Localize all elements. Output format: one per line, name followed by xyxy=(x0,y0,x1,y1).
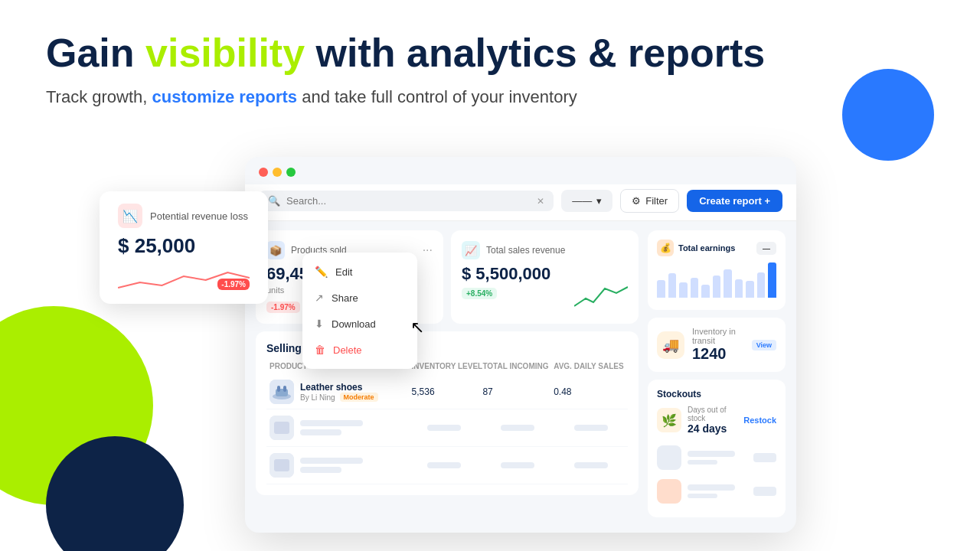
bar-8 xyxy=(746,281,754,298)
skeleton-row-1 xyxy=(266,409,628,447)
transit-card: 🚚 Inventory in transit 1240 View xyxy=(648,318,786,372)
stockout-label: Days out of stock xyxy=(688,406,737,422)
product-brand: By Li Ning xyxy=(300,393,335,402)
total-earnings-card: 💰 Total earnings — xyxy=(648,230,786,310)
filter-button[interactable]: ⚙ Filter xyxy=(620,189,679,213)
moderate-badge: Moderate xyxy=(340,393,378,402)
revenue-loss-amount: $ 25,000 xyxy=(118,234,250,258)
sales-mini-chart xyxy=(574,279,628,313)
earnings-icon: 💰 xyxy=(657,240,674,256)
svg-rect-6 xyxy=(274,422,289,434)
products-more-button[interactable]: ··· xyxy=(423,243,433,257)
delete-icon: 🗑 xyxy=(315,344,325,356)
inventory-level: 5,536 xyxy=(412,386,483,397)
col-daily: Avg. daily sales xyxy=(554,362,625,370)
stockouts-title: Stockouts xyxy=(657,389,776,399)
transit-icon: 🚚 xyxy=(657,331,684,359)
chrome-minimize[interactable] xyxy=(273,168,282,177)
filter-icon: ⚙ xyxy=(632,195,641,207)
product-name: Leather shoes xyxy=(300,382,378,393)
subtitle-bold: customize reports xyxy=(152,87,298,106)
hero-title-highlight: visibility xyxy=(145,31,305,75)
restock-button[interactable]: Restock xyxy=(743,416,776,425)
stockout-skeleton-1 xyxy=(657,441,776,474)
window-chrome xyxy=(245,157,796,184)
earnings-ctrl-button[interactable]: — xyxy=(756,242,776,255)
subtitle-end: and take full control of your inventory xyxy=(297,87,577,106)
hero-section: Gain visibility with analytics & reports… xyxy=(46,31,765,107)
skeleton-thumb xyxy=(270,416,294,440)
revenue-mini-chart: -1.97% xyxy=(118,261,250,292)
search-input[interactable] xyxy=(286,195,531,207)
search-bar[interactable]: 🔍 ✕ xyxy=(259,191,554,211)
menu-share[interactable]: ↗ Share xyxy=(302,285,417,311)
menu-delete[interactable]: 🗑 Delete xyxy=(302,337,417,363)
bar-0 xyxy=(657,280,665,298)
product-info: Leather shoes By Li Ning Moderate xyxy=(270,380,412,404)
table-row: Leather shoes By Li Ning Moderate 5,536 … xyxy=(266,375,628,409)
bar-7 xyxy=(735,279,743,298)
stockouts-card: Stockouts 🌿 Days out of stock 24 days Re… xyxy=(648,380,786,517)
revenue-icon: 📉 xyxy=(118,204,142,228)
toolbar: 🔍 ✕ —— ▾ ⚙ Filter Create report + xyxy=(245,184,796,221)
right-column: 💰 Total earnings — 🚚 Inventory in transi… xyxy=(648,230,786,517)
earnings-title: Total earnings xyxy=(678,243,735,253)
bar-chart xyxy=(657,262,776,301)
sales-title: Total sales revenue xyxy=(486,245,565,256)
subtitle-start: Track growth, xyxy=(46,87,152,106)
revenue-badge: -1.97% xyxy=(217,279,250,290)
hero-title-start: Gain xyxy=(46,31,145,75)
edit-icon: ✏️ xyxy=(315,266,328,278)
sales-icon: 📈 xyxy=(462,241,480,259)
svg-rect-3 xyxy=(277,386,280,392)
sales-badge: +8.54% xyxy=(462,288,497,299)
context-menu: ✏️ Edit ↗ Share ⬇ Download 🗑 Delete xyxy=(302,253,417,369)
hero-title: Gain visibility with analytics & reports xyxy=(46,31,765,77)
bar-3 xyxy=(691,278,699,298)
col-inventory: Inventory level xyxy=(412,362,483,370)
hero-title-end: with analytics & reports xyxy=(305,31,765,75)
chrome-maximize[interactable] xyxy=(286,168,296,177)
total-sales-card: 📈 Total sales revenue $ 5,500,000 +8.54% xyxy=(451,230,639,324)
products-badge: -1.97% xyxy=(266,302,300,313)
avg-daily: 0.48 xyxy=(554,386,625,397)
products-icon: 📦 xyxy=(266,241,285,259)
bar-5 xyxy=(713,276,721,298)
revenue-loss-label: Potential revenue loss xyxy=(150,210,248,222)
search-icon: 🔍 xyxy=(268,195,280,207)
svg-rect-4 xyxy=(283,386,286,392)
transit-badge[interactable]: View xyxy=(752,340,776,350)
download-icon: ⬇ xyxy=(315,318,324,330)
hero-subtitle: Track growth, customize reports and take… xyxy=(46,87,765,107)
bar-10 xyxy=(768,262,776,298)
stockout-skeleton-2 xyxy=(657,474,776,508)
transit-value: 1240 xyxy=(692,345,744,363)
bar-2 xyxy=(679,282,688,298)
bar-6 xyxy=(724,269,732,298)
stockout-icon: 🌿 xyxy=(657,408,681,432)
svg-rect-8 xyxy=(274,459,289,471)
transit-label: Inventory in transit xyxy=(692,327,744,345)
menu-download[interactable]: ⬇ Download xyxy=(302,311,417,337)
bar-9 xyxy=(757,272,766,298)
chrome-close[interactable] xyxy=(259,168,268,177)
bar-4 xyxy=(701,285,710,298)
dropdown-button[interactable]: —— ▾ xyxy=(561,190,612,212)
col-incoming: Total incoming xyxy=(482,362,554,370)
revenue-loss-card: 📉 Potential revenue loss $ 25,000 -1.97% xyxy=(100,191,268,304)
total-incoming: 87 xyxy=(482,386,554,397)
skeleton-row-2 xyxy=(266,447,628,484)
search-clear-icon[interactable]: ✕ xyxy=(537,196,544,207)
create-report-button[interactable]: Create report + xyxy=(687,190,782,212)
deco-blue-circle xyxy=(842,69,934,161)
share-icon: ↗ xyxy=(315,292,324,304)
product-thumb xyxy=(270,380,294,404)
stockout-value: 24 days xyxy=(688,422,737,435)
bar-1 xyxy=(668,273,677,298)
skeleton-thumb-2 xyxy=(270,453,294,478)
stockout-item: 🌿 Days out of stock 24 days Restock xyxy=(657,406,776,435)
menu-edit[interactable]: ✏️ Edit xyxy=(302,259,417,285)
